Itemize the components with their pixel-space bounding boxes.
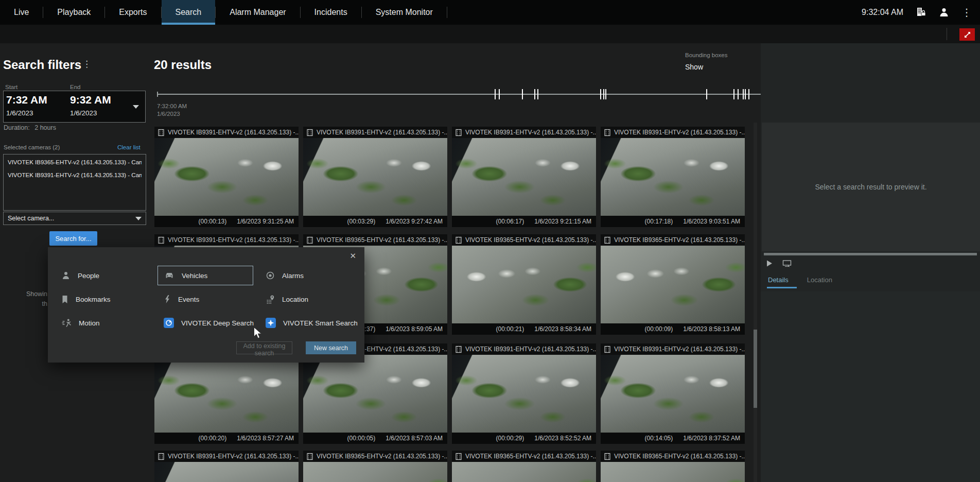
search-result-card[interactable]: VIVOTEK IB9365-EHTV-v2 (161.43.205.133) … xyxy=(452,451,596,482)
results-scrollbar[interactable] xyxy=(754,123,757,482)
search-result-card[interactable]: VIVOTEK IB9365-EHTV-v2 (161.43.205.133) … xyxy=(303,451,447,482)
duration-value: 2 hours xyxy=(34,124,56,131)
search-category-location[interactable]: Location xyxy=(266,291,308,307)
nav-tab-alarm-manager[interactable]: Alarm Manager xyxy=(216,0,300,25)
timeline-event-tick xyxy=(534,89,535,99)
camera-name: VIVOTEK IB9365-EHTV-v2 (161.43.205.133) … xyxy=(465,236,596,244)
clear-list-link[interactable]: Clear list xyxy=(117,144,141,150)
new-search-button[interactable]: New search xyxy=(306,341,356,354)
end-label: End xyxy=(70,84,80,90)
selected-camera-item[interactable]: VIVOTEK IB9391-EHTV-v2 (161.43.205.133) … xyxy=(8,172,142,178)
result-thumbnail[interactable] xyxy=(452,138,596,216)
timeline-event-tick xyxy=(603,89,604,99)
top-navigation: LivePlaybackExportsSearchAlarm ManagerIn… xyxy=(0,0,980,25)
result-thumbnail[interactable] xyxy=(452,246,596,323)
video-clip-icon xyxy=(158,129,164,136)
result-card-header: VIVOTEK IB9365-EHTV-v2 (161.43.205.133) … xyxy=(303,451,447,462)
add-to-existing-search-button[interactable]: Add to existing search xyxy=(236,341,292,354)
chevron-down-icon[interactable] xyxy=(133,105,139,109)
search-result-card[interactable]: VIVOTEK IB9391-EHTV-v2 (161.43.205.133) … xyxy=(601,343,745,444)
evidence-lock-icon[interactable] xyxy=(916,7,926,18)
result-card-header: VIVOTEK IB9365-EHTV-v2 (161.43.205.133) … xyxy=(601,451,745,462)
result-thumbnail[interactable] xyxy=(303,138,447,216)
camera-name: VIVOTEK IB9391-EHTV-v2 (161.43.205.133) … xyxy=(168,236,299,244)
panel-title: Search filters xyxy=(3,58,81,72)
search-category-vivotek-deep-search[interactable]: VIVOTEK Deep Search xyxy=(164,315,254,331)
nav-tab-system-monitor[interactable]: System Monitor xyxy=(362,0,447,25)
user-profile-icon[interactable] xyxy=(939,7,949,18)
result-thumbnail[interactable] xyxy=(303,462,447,482)
result-card-header: VIVOTEK IB9391-EHTV-v2 (161.43.205.133) … xyxy=(154,127,299,138)
video-clip-icon xyxy=(604,453,610,460)
timeline-event-tick xyxy=(495,89,496,99)
search-result-card[interactable]: VIVOTEK IB9391-EHTV-v2 (161.43.205.133) … xyxy=(601,127,745,227)
result-card-header: VIVOTEK IB9391-EHTV-v2 (161.43.205.133) … xyxy=(601,127,745,138)
selected-camera-item[interactable]: VIVOTEK IB9365-EHTV-v2 (161.43.205.133) … xyxy=(8,159,142,165)
result-thumbnail[interactable] xyxy=(601,462,745,482)
clip-duration: (00:03:29) xyxy=(347,218,376,225)
clip-duration: (00:00:29) xyxy=(496,435,524,442)
play-icon[interactable] xyxy=(766,260,773,267)
camera-name: VIVOTEK IB9365-EHTV-v2 (161.43.205.133) … xyxy=(614,236,745,244)
independent-playback-icon[interactable] xyxy=(782,260,792,267)
video-clip-icon xyxy=(456,346,462,353)
search-result-card[interactable]: VIVOTEK IB9391-EHTV-v2 (161.43.205.133) … xyxy=(154,451,299,482)
chevron-down-icon xyxy=(135,217,142,220)
search-category-motion[interactable]: Motion xyxy=(61,315,100,331)
nav-tab-exports[interactable]: Exports xyxy=(105,0,161,25)
camera-name: VIVOTEK IB9391-EHTV-v2 (161.43.205.133) … xyxy=(168,129,299,136)
result-thumbnail[interactable] xyxy=(303,355,447,433)
preview-viewport: Select a search result to preview it. xyxy=(762,123,980,251)
close-icon[interactable]: ✕ xyxy=(349,251,356,261)
vivotek-deep-search-icon xyxy=(164,318,174,328)
result-thumbnail[interactable] xyxy=(601,138,745,216)
result-thumbnail[interactable] xyxy=(154,138,299,216)
search-result-card[interactable]: VIVOTEK IB9391-EHTV-v2 (161.43.205.133) … xyxy=(303,127,447,227)
preview-tab-details[interactable]: Details xyxy=(768,276,789,284)
search-result-card[interactable]: VIVOTEK IB9365-EHTV-v2 (161.43.205.133) … xyxy=(452,234,596,335)
preview-tab-location[interactable]: Location xyxy=(807,276,832,284)
clip-duration: (00:00:05) xyxy=(347,435,376,442)
nav-right-cluster: 9:32:04 AM ⋮ xyxy=(862,0,980,25)
nav-tab-search[interactable]: Search xyxy=(162,0,216,25)
time-range-picker[interactable]: 7:32 AM 1/6/2023 9:32 AM 1/6/2023 xyxy=(3,91,146,123)
nav-tab-live[interactable]: Live xyxy=(0,0,43,25)
active-tab-underline xyxy=(767,287,797,288)
result-card-footer: (00:00:29) 1/6/2023 8:52:52 AM xyxy=(452,433,596,444)
search-result-card[interactable]: VIVOTEK IB9365-EHTV-v2 (161.43.205.133) … xyxy=(601,451,745,482)
search-category-alarms[interactable]: Alarms xyxy=(266,268,304,283)
search-category-vehicles[interactable]: Vehicles xyxy=(157,266,253,285)
result-thumbnail[interactable] xyxy=(452,355,596,433)
timeline-event-tick xyxy=(743,89,744,99)
camera-name: VIVOTEK IB9391-EHTV-v2 (161.43.205.133) … xyxy=(168,453,299,460)
camera-name: VIVOTEK IB9391-EHTV-v2 (161.43.205.133) … xyxy=(465,346,596,353)
search-category-bookmarks[interactable]: Bookmarks xyxy=(61,291,111,307)
event-timestamp: 1/6/2023 8:52:52 AM xyxy=(534,435,591,442)
scrollbar-thumb[interactable] xyxy=(754,330,757,408)
search-result-card[interactable]: VIVOTEK IB9365-EHTV-v2 (161.43.205.133) … xyxy=(601,234,745,335)
fullscreen-red-icon[interactable] xyxy=(959,28,975,41)
search-category-events[interactable]: Events xyxy=(164,291,199,307)
preview-scrub-bar[interactable] xyxy=(764,253,977,255)
result-thumbnail[interactable] xyxy=(601,355,745,433)
search-result-card[interactable]: VIVOTEK IB9391-EHTV-v2 (161.43.205.133) … xyxy=(154,127,299,227)
nav-tab-incidents[interactable]: Incidents xyxy=(301,0,361,25)
search-result-card[interactable]: VIVOTEK IB9391-EHTV-v2 (161.43.205.133) … xyxy=(452,343,596,444)
result-thumbnail[interactable] xyxy=(601,246,745,323)
search-category-people[interactable]: People xyxy=(61,268,99,283)
nav-tab-playback[interactable]: Playback xyxy=(43,0,104,25)
select-camera-dropdown[interactable]: Select camera... xyxy=(3,212,146,225)
search-result-card[interactable]: VIVOTEK IB9391-EHTV-v2 (161.43.205.133) … xyxy=(452,127,596,227)
result-thumbnail[interactable] xyxy=(452,462,596,482)
result-thumbnail[interactable] xyxy=(154,355,299,433)
search-category-vivotek-smart-search[interactable]: VIVOTEK Smart Search xyxy=(266,315,358,331)
selected-cameras-list[interactable]: VIVOTEK IB9365-EHTV-v2 (161.43.205.133) … xyxy=(3,154,146,211)
camera-name: VIVOTEK IB9365-EHTV-v2 (161.43.205.133) … xyxy=(614,453,745,460)
smart-client-window: LivePlaybackExportsSearchAlarm ManagerIn… xyxy=(0,0,980,482)
select-camera-placeholder: Select camera... xyxy=(8,215,54,222)
filters-menu-icon[interactable]: ⋮ xyxy=(82,59,91,70)
search-for-button[interactable]: Search for... xyxy=(49,231,97,246)
bounding-boxes-value[interactable]: Show xyxy=(685,63,703,71)
result-thumbnail[interactable] xyxy=(154,462,299,482)
kebab-menu-icon[interactable]: ⋮ xyxy=(961,7,972,18)
